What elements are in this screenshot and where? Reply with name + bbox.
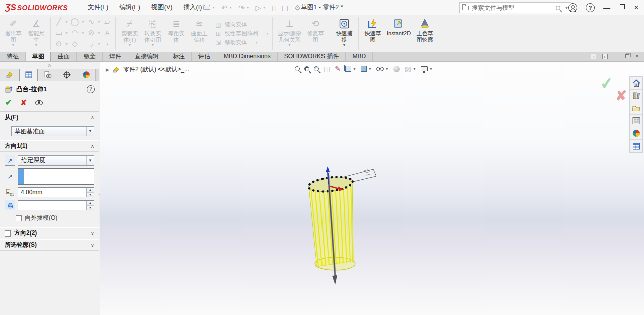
draft-button[interactable] xyxy=(5,200,15,210)
tab-evaluate[interactable]: 评估 xyxy=(192,52,217,61)
tab-sheet-metal[interactable]: 钣金 xyxy=(77,52,103,61)
confirm-corner-ok[interactable]: ✔ xyxy=(599,73,614,93)
rapid-sketch-button[interactable]: 快速草 图 xyxy=(361,16,384,51)
pane-left-icon[interactable]: ◂ xyxy=(591,54,596,59)
account-icon[interactable] xyxy=(568,3,577,12)
end-condition-select[interactable]: 给定深度 ▼ xyxy=(18,155,94,166)
depth-spinner[interactable]: ▲▼ xyxy=(86,188,94,197)
flyout-expand-icon[interactable]: ▶ xyxy=(106,67,109,72)
surface-offset-button[interactable]: ≋ 曲面上 偏移 xyxy=(188,16,211,51)
section-view-button[interactable]: ◫ xyxy=(324,65,330,73)
fillet-tool-icon[interactable]: ◞ xyxy=(86,39,96,48)
trim-entities-button[interactable]: ⌿ 剪裁实 体(T) ▼ xyxy=(118,16,141,51)
spline-tool-icon[interactable]: ∿ xyxy=(86,17,96,26)
part-name[interactable]: 零件2 (默认) <<默认>_... xyxy=(123,65,189,74)
zoom-to-fit-button[interactable] xyxy=(295,66,300,71)
doc-minimize-button[interactable]: — xyxy=(614,53,619,59)
linear-pattern-button[interactable]: ⊞ 线性草图阵列 ▼ xyxy=(214,30,269,37)
slot-tool-icon[interactable]: ⊖ xyxy=(54,39,64,48)
exit-sketch-button[interactable]: ✐ 退出草 图 ▼ xyxy=(2,16,25,51)
menu-edit[interactable]: 编辑(E) xyxy=(114,0,146,15)
rectangle-tool-icon[interactable]: ▭ xyxy=(54,28,64,37)
plane-tool-icon[interactable]: ▱ xyxy=(102,17,112,26)
offset-entities-button[interactable]: ≣ 等距实 体 xyxy=(165,16,188,51)
appearances-scenes-button[interactable] xyxy=(630,127,642,140)
tab-direct-editing[interactable]: 直接编辑 xyxy=(128,52,166,61)
confirm-corner-cancel[interactable]: ✘ xyxy=(615,88,627,104)
tab-solidworks-addins[interactable]: SOLIDWORKS 插件 xyxy=(278,52,346,61)
extrude-preview-cylinder[interactable] xyxy=(280,164,380,290)
ellipse-tool-icon[interactable]: ⊘ xyxy=(86,28,96,37)
tab-displaymanager[interactable] xyxy=(76,69,96,81)
section-direction1[interactable]: 方向1(1) ∧ xyxy=(0,140,99,152)
graphics-viewport[interactable]: ▶ 零件2 (默认) <<默认>_... ◫ ✎ ▼ ▼ ▼ ▨▼ ▼ ✔ ✘ xyxy=(100,62,644,315)
custom-properties-button[interactable] xyxy=(630,140,642,152)
previous-view-button[interactable] xyxy=(314,66,319,71)
section-selected-contours[interactable]: 所选轮廓(S) ∨ xyxy=(0,239,99,251)
draft-spinner[interactable]: ▲▼ xyxy=(86,201,94,210)
reverse-direction-button[interactable]: ↗ xyxy=(5,155,15,166)
design-library-button[interactable] xyxy=(630,90,642,102)
direction-reference-box[interactable] xyxy=(18,168,94,185)
panel-help-icon[interactable]: ? xyxy=(87,85,95,93)
close-button[interactable]: × xyxy=(633,3,640,12)
point-tool-icon[interactable]: ▪ xyxy=(102,41,112,47)
line-tool-icon[interactable]: ╱ xyxy=(54,17,64,26)
menu-file[interactable]: 文件(F) xyxy=(82,0,114,15)
redo-button[interactable]: ↷▼ xyxy=(235,4,253,12)
tab-propertymanager[interactable] xyxy=(19,69,38,81)
instant2d-button[interactable]: Instant2D xyxy=(384,16,413,51)
move-entities-button[interactable]: ⇲ 移动实体 ▼ xyxy=(214,39,269,46)
convert-entities-button[interactable]: ⎘ 转换实 体引用 ▼ xyxy=(141,16,165,51)
search-box[interactable]: ▼ xyxy=(459,2,571,13)
text-tool-icon[interactable]: A xyxy=(102,29,112,37)
search-options-caret[interactable]: ▼ xyxy=(565,6,568,10)
menu-view[interactable]: 视图(V) xyxy=(146,0,178,15)
shaded-contours-button[interactable]: 上色草 图轮廓 xyxy=(413,16,436,51)
options-button[interactable]: ⚙▼ xyxy=(291,4,309,12)
zoom-to-area-button[interactable] xyxy=(304,66,309,71)
display-relations-button[interactable]: ⊥ 显示/删除 几何关系 ▼ xyxy=(275,16,304,51)
tab-mbd[interactable]: MBD xyxy=(346,52,373,61)
ok-button[interactable]: ✔ xyxy=(5,98,12,107)
arc-tool-icon[interactable]: ◠ xyxy=(70,28,80,37)
draft-outward-option[interactable]: 向外拔模(O) xyxy=(16,214,94,222)
minimize-button[interactable]: — xyxy=(603,4,610,12)
mirror-entities-button[interactable]: ◫ 镜向实体 xyxy=(214,21,269,28)
doc-restore-button[interactable] xyxy=(625,54,629,58)
from-condition-select[interactable]: 草图基准面 ▼ xyxy=(11,126,94,136)
print-button[interactable]: ▼ xyxy=(200,5,218,10)
circle-tool-icon[interactable]: ◯ xyxy=(70,17,80,26)
solidworks-resources-button[interactable] xyxy=(630,77,642,90)
quick-snaps-button[interactable]: 快速捕 捉 ▼ xyxy=(333,16,356,51)
repair-sketch-button[interactable]: ⟲ 修复草 图 xyxy=(304,16,327,51)
display-style-button[interactable]: ▼ xyxy=(361,66,372,72)
attach-button[interactable]: ▯ xyxy=(269,4,279,12)
draft-outward-checkbox[interactable] xyxy=(16,215,22,221)
file-explorer-button[interactable] xyxy=(630,102,642,115)
smart-dimension-button[interactable]: ∡ 智能尺 寸 ▼ xyxy=(25,16,48,51)
section-from[interactable]: 从(F) ∧ xyxy=(0,112,99,123)
tab-sketch[interactable]: 草图 xyxy=(26,52,51,61)
tab-dimxpertmanager[interactable] xyxy=(57,69,76,81)
pane-right-icon[interactable]: ▸ xyxy=(602,54,608,59)
draft-angle-input[interactable]: ▲▼ xyxy=(18,200,94,210)
tab-features[interactable]: 特征 xyxy=(0,52,26,61)
cancel-button[interactable]: ✘ xyxy=(20,98,27,107)
doc-close-button[interactable]: × xyxy=(635,53,639,60)
tab-weldments[interactable]: 焊件 xyxy=(103,52,128,61)
tab-surfaces[interactable]: 曲面 xyxy=(51,52,77,61)
view-orientation-button[interactable]: ▼ xyxy=(345,66,356,72)
preview-toggle-icon[interactable] xyxy=(35,100,43,105)
depth-input[interactable]: 4.00mm ▲▼ xyxy=(18,187,94,197)
feature-tree-flyout[interactable]: ▶ 零件2 (默认) <<默认>_... xyxy=(106,65,189,74)
select-button[interactable]: ▷▼ xyxy=(253,4,269,12)
restore-button[interactable] xyxy=(619,6,623,10)
edit-appearance-button[interactable] xyxy=(393,66,400,72)
search-input[interactable] xyxy=(472,4,556,11)
direction2-checkbox[interactable] xyxy=(5,230,11,237)
polygon-tool-icon[interactable]: ◇ xyxy=(70,39,80,48)
tab-mbd-dimensions[interactable]: MBD Dimensions xyxy=(217,52,278,61)
search-icon[interactable] xyxy=(556,6,560,10)
view-palette-button[interactable] xyxy=(630,115,642,127)
